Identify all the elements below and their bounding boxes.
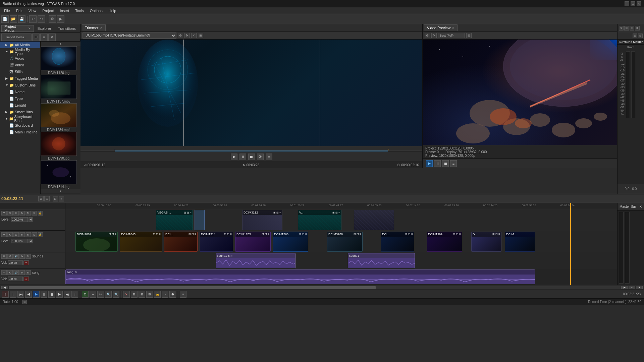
vp-menu-button[interactable]: ≡ <box>450 160 457 167</box>
menu-options[interactable]: Options <box>87 8 105 13</box>
audio2-settings-btn[interactable]: ⚙ <box>7 270 13 275</box>
thumbnail-4[interactable]: DCIM1314.jpg <box>41 160 77 189</box>
menu-edit[interactable]: Edit <box>13 8 25 13</box>
audio1-expand-btn[interactable]: ≡ <box>1 254 7 259</box>
vp-play-button[interactable]: ▶ <box>426 160 433 167</box>
audio2-mute-btn[interactable]: M <box>25 270 31 275</box>
tree-smart-bins[interactable]: ▶ 📁 Smart Bins <box>0 109 40 115</box>
audio-clip-sound1-b[interactable]: sound1 <box>348 253 415 268</box>
audio2-fx-btn[interactable]: fx <box>19 270 25 275</box>
menu-help[interactable]: Help <box>106 8 119 13</box>
render-button[interactable]: ▶ <box>57 15 64 23</box>
tb-next-frame-btn[interactable]: ▶ <box>56 291 63 298</box>
tree-name[interactable]: 📄 Name <box>0 88 40 95</box>
tb-more2-btn[interactable]: ≡ <box>180 291 186 298</box>
tree-video[interactable]: 🎬 Video <box>0 62 40 68</box>
minimize-button[interactable]: ─ <box>625 1 629 6</box>
video-preview-tab-close[interactable]: ✕ <box>452 26 454 29</box>
stop-button[interactable]: ⏹ <box>248 154 255 160</box>
window-controls[interactable]: ─ □ ✕ <box>625 1 641 6</box>
tb-zoom-in-btn[interactable]: 🔍 <box>105 291 112 298</box>
audio1-fx-btn[interactable]: fx <box>19 254 25 259</box>
audio-clip-song[interactable]: song fx <box>65 269 535 284</box>
track2-mute-btn[interactable]: M <box>25 232 31 237</box>
tree-type[interactable]: 📄 Type <box>0 95 40 102</box>
vp-stop-button[interactable]: ⏹ <box>442 160 449 167</box>
vp-grid-btn[interactable]: ⊞ <box>466 33 472 38</box>
audio2-vol-btn[interactable]: 🔊 <box>13 270 19 275</box>
thumbnail-1[interactable]: DCIM1137.mov <box>41 75 77 103</box>
tree-all-media[interactable]: ▶ 📁 All Media <box>0 42 40 48</box>
tree-custom-bins[interactable]: ▼ 📁 Custom Bins <box>0 82 40 88</box>
clip-dcim1999[interactable]: DCIM1999⊞ ⊟ ≡ <box>427 232 462 252</box>
import-media-button[interactable]: Import Media... <box>1 34 32 41</box>
menu-file[interactable]: File <box>1 8 13 13</box>
tab-video-preview[interactable]: Video Preview ✕ <box>424 24 458 31</box>
surround-fx-btn[interactable]: fx <box>624 26 629 31</box>
tb-rewind-btn[interactable]: ⏮ <box>17 291 24 298</box>
tl-view-btn[interactable]: ⊞ <box>44 196 50 201</box>
media-view-btn1[interactable]: ⊞ <box>32 34 40 41</box>
tb-prev-frame-btn[interactable]: ◀ <box>25 291 32 298</box>
track1-mute-btn[interactable]: M <box>25 211 31 216</box>
track2-level-btn[interactable]: ◀ <box>29 239 33 243</box>
new-button[interactable]: 📄 <box>1 15 9 23</box>
clip-dci-fiery[interactable]: DCI...⊞ ⊟ ≡ <box>164 232 198 252</box>
tree-storyboard[interactable]: 📄 Storyboard <box>0 122 40 129</box>
scroll-up-tl-btn[interactable]: ▲ <box>629 286 635 289</box>
tree-storyboard-bins[interactable]: ▼ 📁 Storyboard Bins <box>0 115 40 122</box>
tb-zoom-out-btn[interactable]: 🔍 <box>113 291 119 298</box>
surround-r-btn[interactable]: ⊟ <box>638 34 643 38</box>
clip-dcim1566[interactable]: DCIM1566⊞ ⊟ ≡ <box>273 232 308 252</box>
scroll-down-button[interactable]: ▼ <box>41 189 80 193</box>
audio1-vol-input[interactable] <box>8 260 23 265</box>
scroll-left-btn[interactable]: ◀ <box>1 286 8 289</box>
clip-dcim-last[interactable]: DCIM... <box>505 232 535 252</box>
scrollbar-track[interactable] <box>9 286 621 289</box>
vp-settings-btn[interactable]: ⚙ <box>425 33 430 38</box>
pause-button[interactable]: ⏸ <box>239 154 246 160</box>
undo-button[interactable]: ↩ <box>29 15 37 23</box>
surround-settings-btn[interactable]: ⚙ <box>619 26 624 31</box>
tb-ffwd-btn[interactable]: ⏭ <box>64 291 70 298</box>
track2-level-input[interactable] <box>11 239 28 243</box>
surround-pan-btn[interactable]: ⊞ <box>635 26 640 31</box>
maximize-button[interactable]: □ <box>631 1 635 6</box>
track2-view-btn[interactable]: ⊞ <box>13 232 19 237</box>
track2-solo-btn[interactable]: S <box>32 232 37 237</box>
scroll-up-button[interactable]: ▲ <box>41 42 80 46</box>
tb-lock-btn[interactable]: 🔒 <box>154 291 161 298</box>
mute-button[interactable]: ≡ <box>266 154 272 160</box>
close-button[interactable]: ✕ <box>637 1 641 6</box>
tab-explorer[interactable]: Explorer <box>35 25 54 32</box>
track2-expand-btn[interactable]: ▼ <box>1 232 7 237</box>
tab-close-icon[interactable]: ✕ <box>28 27 31 30</box>
tab-trimmer[interactable]: Trimmer ✕ <box>82 24 106 31</box>
trimmer-expand-btn[interactable]: ⊞ <box>198 33 203 38</box>
surround-l-btn[interactable]: ⊞ <box>633 34 637 38</box>
tb-record-btn[interactable]: 🎙 <box>2 291 9 298</box>
tb-stop-btn[interactable]: ⏹ <box>48 291 55 298</box>
status-settings-btn[interactable]: ⊞ <box>22 300 27 304</box>
clip-dcim3768[interactable]: DCIM3768⊞ ⊟ ≡ <box>327 232 363 252</box>
track2-fx-btn[interactable]: fx <box>19 232 25 237</box>
tab-transitions[interactable]: Transitions <box>55 25 79 32</box>
scrollbar-thumb[interactable] <box>9 286 376 289</box>
vp-fx-btn[interactable]: fx <box>431 33 437 38</box>
track2-settings-btn[interactable]: ⚙ <box>7 232 13 237</box>
clip-dci-space2[interactable]: DCI...⊞ ⊟ ≡ <box>381 232 414 252</box>
tb-marker-btn[interactable]: ⬦ <box>162 291 168 298</box>
tb-select-btn[interactable]: ⊡ <box>82 291 89 298</box>
audio1-vol-btn[interactable]: 🔊 <box>13 254 19 259</box>
tb-pause-btn[interactable]: ⏸ <box>41 291 47 298</box>
audio1-rec-btn[interactable]: ● <box>23 260 29 265</box>
thumbnail-3[interactable]: DCIM1290.jpg <box>41 132 77 160</box>
trimmer-tab-close[interactable]: ✕ <box>100 26 103 29</box>
tl-snap-btn[interactable]: ⊟ <box>53 196 58 201</box>
clip-vegas[interactable]: VEGAS ... ⊞ ⊟ ≡ <box>156 210 193 230</box>
tb-delete-btn[interactable]: ✕ <box>123 291 130 298</box>
tl-settings-btn[interactable]: ⚙ <box>38 196 44 201</box>
trimmer-fx-btn[interactable]: fx <box>184 33 190 38</box>
tb-trim-btn[interactable]: ↔ <box>90 291 96 298</box>
audio1-mute-btn[interactable]: M <box>25 254 31 259</box>
